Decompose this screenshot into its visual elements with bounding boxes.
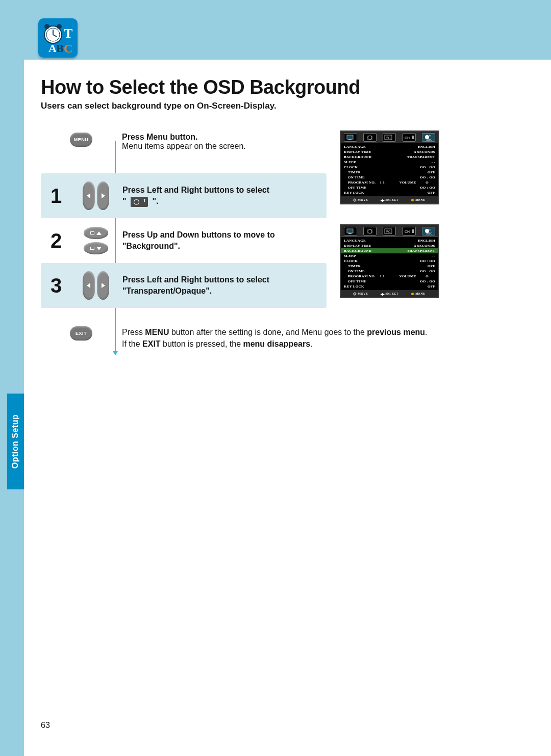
left-right-icon <box>83 181 109 210</box>
osd-row: ON TIMEOO : OO <box>341 175 438 180</box>
svg-rect-11 <box>348 139 352 140</box>
svg-text:CH: CH <box>405 230 410 233</box>
step-text-2: Press Up and Down buttons to move to "Ba… <box>120 229 327 251</box>
osd-row: CLOCKOO : OO <box>341 165 438 170</box>
step-number: 2 <box>41 229 71 252</box>
step-text-3: Press Left and Right buttons to select "… <box>120 274 327 296</box>
step-row-3: 3 Press Left and Right buttons to select… <box>41 263 327 308</box>
svg-text:PC: PC <box>386 230 391 233</box>
header-band <box>0 0 551 60</box>
osd-row: PROGRAM NO. 1 1 VOLUME O <box>341 180 438 185</box>
intro-plain: Menu items appear on the screen. <box>122 142 246 150</box>
step-text-1: Press Left and Right buttons to select "… <box>120 185 327 206</box>
left-right-icon <box>83 271 109 300</box>
section-side-label: Option Setup <box>11 414 20 468</box>
svg-rect-21 <box>348 233 352 234</box>
svg-text:B: B <box>56 42 64 55</box>
page-number: 63 <box>41 721 50 730</box>
svg-text:T: T <box>429 228 431 231</box>
svg-point-12 <box>368 136 372 140</box>
svg-point-4 <box>44 24 49 29</box>
page-subtitle: Users can select background type on On-S… <box>41 101 277 111</box>
osd-row: KEY LOCKOFF <box>341 190 438 195</box>
left-margin-band <box>0 0 24 756</box>
svg-point-22 <box>368 229 372 233</box>
step-number: 1 <box>41 185 71 207</box>
osd-footer: MOVE ◀▶SELECT MENU <box>341 290 438 297</box>
svg-text:ABC: ABC <box>426 232 432 234</box>
svg-text:T: T <box>64 26 72 41</box>
osd-row: OFF TIMEOO : OO <box>341 279 438 284</box>
svg-rect-16 <box>412 136 414 139</box>
osd-row: ON TIMEOO : OO <box>341 269 438 274</box>
step-row-2: 2 Press Up and Down buttons to move to "… <box>41 218 327 263</box>
svg-rect-10 <box>347 135 353 139</box>
osd-row: BACKGROUNDTRANSPARENT <box>341 248 438 253</box>
exit-text: Press MENU button after the setting is d… <box>122 326 428 350</box>
svg-text:T: T <box>429 135 431 138</box>
svg-text:ABC: ABC <box>426 138 432 141</box>
intro-text: Press Menu button. Menu items appear on … <box>122 133 246 151</box>
osd-row: SLEEP- - <box>341 160 438 165</box>
osd-footer: MOVE ◀▶SELECT MENU <box>341 196 438 203</box>
osd-row: LANGUAGEENGLISH <box>341 144 438 149</box>
intro-bold: Press Menu button. <box>122 133 246 142</box>
svg-text:C: C <box>64 42 72 55</box>
svg-rect-20 <box>347 229 353 233</box>
up-down-icon <box>84 227 108 254</box>
osd-row: DISPLAY TIME5 SECONDS <box>341 243 438 248</box>
osd-row: PROGRAM NO. 1 1 VOLUME O <box>341 274 438 279</box>
step-row-1: 1 Press Left and Right buttons to select… <box>41 173 327 218</box>
section-side-tab: Option Setup <box>7 394 24 489</box>
steps-list: 1 Press Left and Right buttons to select… <box>41 173 327 308</box>
osd-row: CLOCKOO : OO <box>341 258 438 264</box>
svg-text:CH: CH <box>405 136 410 140</box>
osd-screenshot-2: PC CH TABC LANGUAGEENGLISHDISPLAY TIME5 … <box>340 224 439 298</box>
section-icon: T A B C <box>38 18 78 58</box>
osd-option-icon <box>131 197 148 207</box>
osd-row: KEY LOCKOFF <box>341 284 438 289</box>
osd-tabbar: PC CH TABC <box>341 225 438 237</box>
menu-button-icon: MENU <box>70 133 92 147</box>
step-number: 3 <box>41 274 71 297</box>
svg-text:A: A <box>48 42 57 55</box>
exit-row: EXIT Press MENU button after the setting… <box>70 326 458 350</box>
exit-button-icon: EXIT <box>70 326 92 341</box>
osd-row: OFF TIMEOO : OO <box>341 185 438 190</box>
osd-row: LANGUAGEENGLISH <box>341 238 438 243</box>
osd-row: DISPLAY TIME5 SECONDS <box>341 149 438 154</box>
osd-row: TIMEROFF <box>341 264 438 269</box>
page-title: How to Select the OSD Background <box>41 76 360 98</box>
osd-tabbar: PC CH TABC <box>341 132 438 143</box>
osd-row: TIMEROFF <box>341 170 438 175</box>
svg-rect-26 <box>412 229 414 233</box>
svg-point-5 <box>57 24 62 29</box>
osd-row: SLEEP- - <box>341 253 438 258</box>
osd-row: BACKGROUNDTRANSPARENT <box>341 154 438 160</box>
svg-text:PC: PC <box>386 136 391 140</box>
osd-screenshot-1: PC CH TABC LANGUAGEENGLISHDISPLAY TIME5 … <box>340 131 439 204</box>
